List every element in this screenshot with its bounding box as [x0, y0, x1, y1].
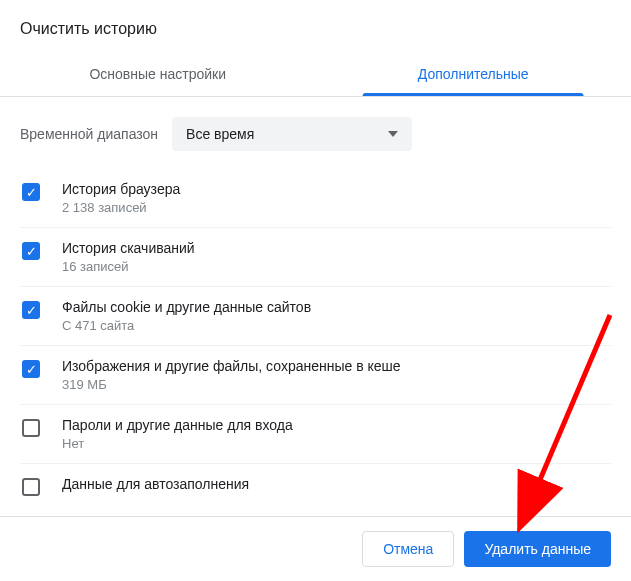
- chevron-down-icon: [388, 131, 398, 137]
- option-texts: Данные для автозаполнения: [62, 476, 611, 495]
- option-row: ✓История скачиваний16 записей: [20, 227, 611, 286]
- time-range-select[interactable]: Все время: [172, 117, 412, 151]
- option-row: Пароли и другие данные для входаНет: [20, 404, 611, 463]
- option-texts: История скачиваний16 записей: [62, 240, 611, 274]
- checkbox[interactable]: [22, 478, 40, 496]
- option-row: ✓История браузера2 138 записей: [20, 169, 611, 227]
- option-title: Данные для автозаполнения: [62, 476, 611, 492]
- checkmark-icon: ✓: [26, 186, 37, 199]
- option-subtitle: 2 138 записей: [62, 200, 611, 215]
- dialog-footer: Отмена Удалить данные: [0, 516, 631, 581]
- checkbox[interactable]: [22, 419, 40, 437]
- option-subtitle: 319 МБ: [62, 377, 611, 392]
- tabs: Основные настройки Дополнительные: [0, 54, 631, 97]
- option-title: История браузера: [62, 181, 611, 197]
- clear-data-button[interactable]: Удалить данные: [464, 531, 611, 567]
- option-title: Файлы cookie и другие данные сайтов: [62, 299, 611, 315]
- checkbox[interactable]: ✓: [22, 301, 40, 319]
- option-title: Пароли и другие данные для входа: [62, 417, 611, 433]
- checkbox[interactable]: ✓: [22, 242, 40, 260]
- option-row: ✓Файлы cookie и другие данные сайтовС 47…: [20, 286, 611, 345]
- option-texts: История браузера2 138 записей: [62, 181, 611, 215]
- checkmark-icon: ✓: [26, 304, 37, 317]
- dialog-title: Очистить историю: [0, 0, 631, 54]
- checkbox[interactable]: ✓: [22, 360, 40, 378]
- option-title: Изображения и другие файлы, сохраненные …: [62, 358, 611, 374]
- option-texts: Файлы cookie и другие данные сайтовС 471…: [62, 299, 611, 333]
- option-subtitle: С 471 сайта: [62, 318, 611, 333]
- tab-basic[interactable]: Основные настройки: [0, 54, 316, 96]
- checkmark-icon: ✓: [26, 245, 37, 258]
- option-texts: Пароли и другие данные для входаНет: [62, 417, 611, 451]
- time-range-row: Временной диапазон Все время: [20, 97, 611, 169]
- tab-advanced[interactable]: Дополнительные: [316, 54, 632, 96]
- checkmark-icon: ✓: [26, 363, 37, 376]
- checkbox[interactable]: ✓: [22, 183, 40, 201]
- option-row: Данные для автозаполнения: [20, 463, 611, 503]
- time-range-value: Все время: [186, 126, 254, 142]
- option-subtitle: 16 записей: [62, 259, 611, 274]
- time-range-label: Временной диапазон: [20, 126, 158, 142]
- option-row: ✓Изображения и другие файлы, сохраненные…: [20, 345, 611, 404]
- cancel-button[interactable]: Отмена: [362, 531, 454, 567]
- scroll-area[interactable]: Временной диапазон Все время ✓История бр…: [0, 97, 631, 503]
- option-subtitle: Нет: [62, 436, 611, 451]
- option-title: История скачиваний: [62, 240, 611, 256]
- option-texts: Изображения и другие файлы, сохраненные …: [62, 358, 611, 392]
